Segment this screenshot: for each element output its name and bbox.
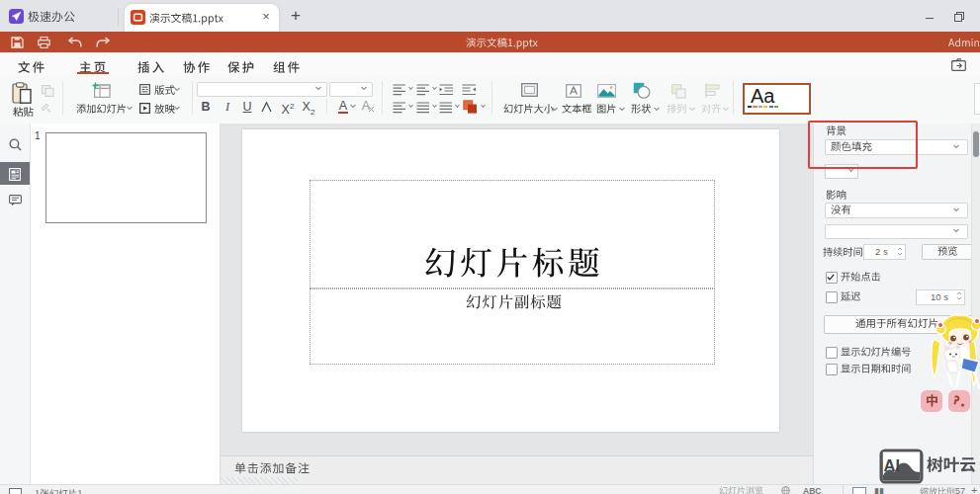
svg-text:AI: AI: [884, 455, 901, 473]
